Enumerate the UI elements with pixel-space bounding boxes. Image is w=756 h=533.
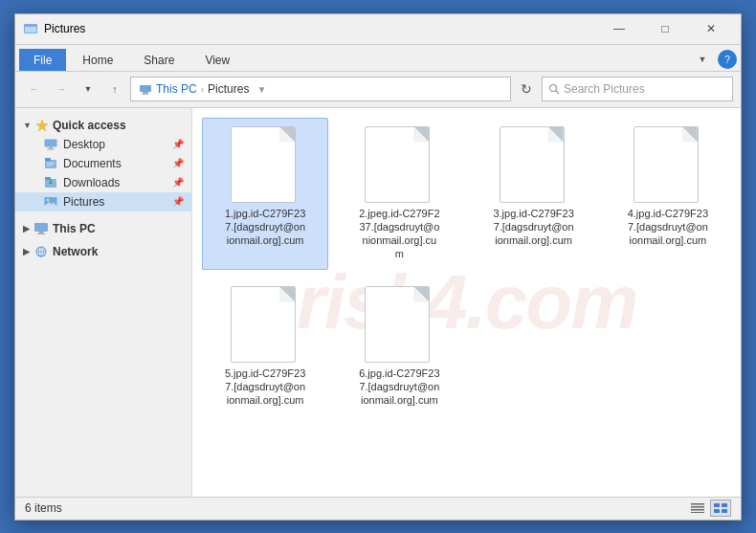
- sidebar-item-pictures-label: Pictures: [63, 195, 104, 209]
- file-icon-3: [500, 126, 565, 203]
- pin-icon-desktop: 📌: [172, 139, 184, 149]
- path-segment-thispc[interactable]: This PC: [156, 82, 197, 96]
- title-bar-controls: — □ ✕: [597, 14, 733, 43]
- path-chevron[interactable]: ▼: [256, 84, 266, 95]
- ribbon-collapse-button[interactable]: ▼: [691, 48, 714, 71]
- svg-rect-18: [50, 180, 52, 183]
- recent-button[interactable]: ▼: [77, 78, 100, 100]
- svg-point-5: [550, 85, 557, 92]
- tab-view[interactable]: View: [190, 49, 244, 71]
- svg-rect-34: [722, 503, 727, 507]
- file-icon-6: [365, 286, 430, 363]
- svg-rect-36: [722, 509, 727, 513]
- desktop-icon: [44, 139, 57, 150]
- path-segment-pictures[interactable]: Pictures: [208, 82, 249, 96]
- sidebar-quick-access[interactable]: ▼ Quick access: [15, 116, 191, 135]
- title-bar: Pictures — □ ✕: [15, 14, 741, 45]
- file-icon-4: [634, 126, 699, 203]
- svg-rect-30: [691, 506, 704, 508]
- svg-marker-7: [36, 120, 48, 131]
- close-button[interactable]: ✕: [689, 14, 733, 43]
- svg-rect-4: [142, 94, 149, 95]
- file-item-1[interactable]: 1.jpg.id-C279F237.[dagsdruyt@onionmail.o…: [202, 118, 328, 270]
- file-icon-wrapper-6: [365, 286, 434, 363]
- search-box[interactable]: Search Pictures: [542, 77, 733, 101]
- quick-access-icon: [35, 119, 49, 132]
- back-button[interactable]: ←: [23, 78, 46, 100]
- tab-file[interactable]: File: [19, 49, 66, 71]
- address-bar: ← → ▼ ↑ This PC › Pictures ▼ ↻ Search Pi…: [15, 72, 741, 108]
- svg-rect-31: [691, 509, 704, 511]
- title-bar-title: Pictures: [44, 22, 85, 35]
- svg-rect-12: [45, 158, 51, 161]
- svg-rect-11: [45, 160, 56, 168]
- this-pc-icon: [139, 83, 152, 95]
- sidebar-item-desktop[interactable]: Desktop 📌: [15, 135, 191, 154]
- search-placeholder: Search Pictures: [564, 82, 645, 96]
- file-item-4[interactable]: 4.jpg.id-C279F237.[dagsdruyt@onionmail.o…: [605, 118, 731, 270]
- file-item-2[interactable]: 2.jpeg.id-C279F237.[dagsdruyt@onionmail.…: [336, 118, 462, 270]
- details-view-button[interactable]: [687, 500, 708, 517]
- forward-button[interactable]: →: [50, 78, 73, 100]
- path-separator-1: ›: [201, 84, 204, 95]
- file-item-3[interactable]: 3.jpg.id-C279F237.[dagsdruyt@onionmail.o…: [471, 118, 597, 270]
- documents-icon: [44, 157, 57, 169]
- svg-rect-1: [25, 27, 36, 33]
- svg-rect-8: [45, 139, 57, 146]
- svg-rect-10: [47, 148, 55, 149]
- svg-rect-9: [49, 146, 53, 148]
- file-item-5[interactable]: 5.jpg.id-C279F237.[dagsdruyt@onionmail.o…: [202, 278, 328, 416]
- svg-rect-3: [143, 92, 148, 94]
- maximize-button[interactable]: □: [643, 14, 687, 43]
- downloads-icon: [44, 176, 57, 189]
- status-count: 6 items: [25, 501, 62, 515]
- help-button[interactable]: ?: [718, 50, 737, 69]
- window-icon: [23, 21, 38, 36]
- file-item-6[interactable]: 6.jpg.id-C279F237.[dagsdruyt@onionmail.o…: [336, 278, 462, 416]
- pin-icon-documents: 📌: [172, 158, 184, 168]
- file-icon-wrapper-5: [231, 286, 300, 363]
- svg-point-20: [47, 199, 49, 201]
- file-icon-1: [231, 126, 296, 203]
- sidebar-network[interactable]: ▶ Network: [15, 242, 191, 261]
- svg-line-6: [556, 91, 560, 95]
- tab-share[interactable]: Share: [129, 49, 189, 71]
- file-name-2: 2.jpeg.id-C279F237.[dagsdruyt@onionmail.…: [359, 207, 439, 261]
- minimize-button[interactable]: —: [597, 14, 641, 43]
- sidebar-item-downloads[interactable]: Downloads 📌: [15, 173, 191, 192]
- file-name-1: 1.jpg.id-C279F237.[dagsdruyt@onionmail.o…: [225, 207, 305, 248]
- refresh-button[interactable]: ↻: [515, 78, 538, 100]
- svg-rect-16: [45, 177, 51, 180]
- pin-icon-pictures: 📌: [172, 196, 184, 207]
- file-icon-wrapper-2: [365, 126, 434, 203]
- address-path[interactable]: This PC › Pictures ▼: [130, 77, 511, 101]
- file-area: risk4.com 1.jpg.id-C279F237.[dagsdruyt@o…: [192, 108, 741, 497]
- sidebar-item-downloads-label: Downloads: [63, 176, 120, 189]
- file-icon-2: [365, 126, 430, 203]
- svg-rect-35: [714, 509, 720, 513]
- file-name-6: 6.jpg.id-C279F237.[dagsdruyt@onionmail.o…: [359, 366, 439, 408]
- title-bar-left: Pictures: [23, 21, 85, 36]
- pin-icon-downloads: 📌: [172, 177, 184, 188]
- svg-rect-32: [691, 512, 704, 513]
- sidebar-item-pictures[interactable]: Pictures 📌: [15, 192, 191, 211]
- sidebar-item-documents-label: Documents: [63, 157, 122, 170]
- details-view-icon: [691, 503, 704, 513]
- ribbon-tabs: File Home Share View ▼ ?: [15, 45, 741, 72]
- file-icon-wrapper-1: [231, 126, 300, 203]
- network-icon: [33, 245, 49, 258]
- search-icon: [548, 83, 560, 95]
- sidebar-this-pc-label: This PC: [53, 222, 96, 235]
- sidebar-this-pc[interactable]: ▶ This PC: [15, 219, 191, 238]
- file-icon-wrapper-4: [634, 126, 702, 203]
- status-bar: 6 items: [15, 497, 741, 520]
- svg-rect-23: [39, 232, 44, 233]
- file-name-5: 5.jpg.id-C279F237.[dagsdruyt@onionmail.o…: [225, 366, 305, 408]
- file-name-4: 4.jpg.id-C279F237.[dagsdruyt@onionmail.o…: [628, 207, 708, 248]
- pictures-icon: [44, 195, 57, 208]
- sidebar-item-documents[interactable]: Documents 📌: [15, 154, 191, 173]
- sidebar-network-label: Network: [53, 245, 98, 258]
- up-button[interactable]: ↑: [103, 78, 126, 100]
- tab-home[interactable]: Home: [68, 49, 127, 71]
- large-icons-view-button[interactable]: [710, 500, 731, 517]
